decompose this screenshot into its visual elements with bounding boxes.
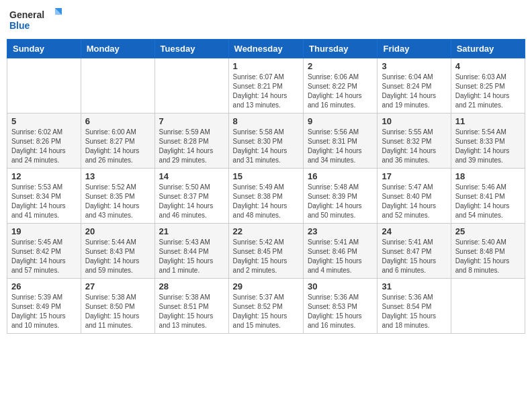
weekday-header: Tuesday — [154, 40, 228, 58]
day-number: 30 — [308, 281, 373, 291]
day-number: 29 — [233, 281, 299, 291]
day-number: 14 — [159, 171, 224, 181]
day-number: 10 — [382, 116, 446, 126]
day-number: 17 — [382, 171, 446, 181]
day-detail: Sunrise: 5:44 AM Sunset: 8:43 PM Dayligh… — [85, 238, 150, 275]
calendar-cell: 17Sunrise: 5:47 AM Sunset: 8:40 PM Dayli… — [378, 169, 451, 224]
weekday-header: Sunday — [7, 40, 81, 58]
day-detail: Sunrise: 6:02 AM Sunset: 8:26 PM Dayligh… — [11, 128, 77, 165]
day-number: 7 — [159, 116, 224, 126]
day-detail: Sunrise: 5:36 AM Sunset: 8:54 PM Dayligh… — [382, 293, 446, 330]
day-detail: Sunrise: 6:04 AM Sunset: 8:24 PM Dayligh… — [382, 73, 446, 110]
calendar-cell: 10Sunrise: 5:55 AM Sunset: 8:32 PM Dayli… — [378, 113, 451, 169]
calendar-week-row: 26Sunrise: 5:39 AM Sunset: 8:49 PM Dayli… — [7, 279, 525, 334]
day-detail: Sunrise: 5:47 AM Sunset: 8:40 PM Dayligh… — [382, 183, 446, 220]
day-detail: Sunrise: 5:42 AM Sunset: 8:45 PM Dayligh… — [233, 238, 299, 275]
day-number: 20 — [85, 226, 150, 236]
calendar-cell — [81, 58, 154, 113]
day-number: 19 — [11, 226, 77, 236]
day-number: 8 — [233, 116, 299, 126]
calendar-cell: 15Sunrise: 5:49 AM Sunset: 8:38 PM Dayli… — [228, 169, 303, 224]
calendar-week-row: 5Sunrise: 6:02 AM Sunset: 8:26 PM Daylig… — [7, 113, 525, 169]
day-number: 5 — [11, 116, 77, 126]
page-header: General Blue — [7, 7, 525, 34]
day-number: 15 — [233, 171, 299, 181]
day-detail: Sunrise: 5:38 AM Sunset: 8:50 PM Dayligh… — [85, 293, 150, 330]
calendar-cell: 5Sunrise: 6:02 AM Sunset: 8:26 PM Daylig… — [7, 113, 81, 169]
calendar-cell: 11Sunrise: 5:54 AM Sunset: 8:33 PM Dayli… — [451, 113, 525, 169]
calendar-table: SundayMondayTuesdayWednesdayThursdayFrid… — [7, 39, 525, 334]
calendar-cell: 6Sunrise: 6:00 AM Sunset: 8:27 PM Daylig… — [81, 113, 154, 169]
calendar-cell: 13Sunrise: 5:52 AM Sunset: 8:35 PM Dayli… — [81, 169, 154, 224]
calendar-week-row: 12Sunrise: 5:53 AM Sunset: 8:34 PM Dayli… — [7, 169, 525, 224]
day-number: 27 — [85, 281, 150, 291]
calendar-cell: 12Sunrise: 5:53 AM Sunset: 8:34 PM Dayli… — [7, 169, 81, 224]
calendar-cell: 26Sunrise: 5:39 AM Sunset: 8:49 PM Dayli… — [7, 279, 81, 334]
calendar-cell: 9Sunrise: 5:56 AM Sunset: 8:31 PM Daylig… — [304, 113, 378, 169]
svg-text:Blue: Blue — [9, 20, 30, 31]
day-detail: Sunrise: 5:36 AM Sunset: 8:53 PM Dayligh… — [308, 293, 373, 330]
day-detail: Sunrise: 5:38 AM Sunset: 8:51 PM Dayligh… — [159, 293, 224, 330]
day-detail: Sunrise: 5:59 AM Sunset: 8:28 PM Dayligh… — [159, 128, 224, 165]
day-number: 2 — [308, 61, 373, 71]
day-detail: Sunrise: 5:39 AM Sunset: 8:49 PM Dayligh… — [11, 293, 77, 330]
day-detail: Sunrise: 5:52 AM Sunset: 8:35 PM Dayligh… — [85, 183, 150, 220]
day-detail: Sunrise: 5:43 AM Sunset: 8:44 PM Dayligh… — [159, 238, 224, 275]
calendar-cell: 8Sunrise: 5:58 AM Sunset: 8:30 PM Daylig… — [228, 113, 303, 169]
day-detail: Sunrise: 6:07 AM Sunset: 8:21 PM Dayligh… — [233, 73, 299, 110]
day-number: 24 — [382, 226, 446, 236]
calendar-cell — [154, 58, 228, 113]
day-number: 4 — [455, 61, 521, 71]
day-detail: Sunrise: 5:50 AM Sunset: 8:37 PM Dayligh… — [159, 183, 224, 220]
calendar-cell: 29Sunrise: 5:37 AM Sunset: 8:52 PM Dayli… — [228, 279, 303, 334]
day-detail: Sunrise: 5:55 AM Sunset: 8:32 PM Dayligh… — [382, 128, 446, 165]
day-detail: Sunrise: 5:53 AM Sunset: 8:34 PM Dayligh… — [11, 183, 77, 220]
day-number: 28 — [159, 281, 224, 291]
calendar-cell: 28Sunrise: 5:38 AM Sunset: 8:51 PM Dayli… — [154, 279, 228, 334]
day-detail: Sunrise: 5:40 AM Sunset: 8:48 PM Dayligh… — [455, 238, 521, 275]
day-detail: Sunrise: 6:06 AM Sunset: 8:22 PM Dayligh… — [308, 73, 373, 110]
day-detail: Sunrise: 6:00 AM Sunset: 8:27 PM Dayligh… — [85, 128, 150, 165]
day-detail: Sunrise: 5:45 AM Sunset: 8:42 PM Dayligh… — [11, 238, 77, 275]
calendar-cell — [7, 58, 81, 113]
weekday-header: Monday — [81, 40, 154, 58]
day-number: 21 — [159, 226, 224, 236]
logo-svg: General Blue — [9, 7, 63, 34]
calendar-cell: 25Sunrise: 5:40 AM Sunset: 8:48 PM Dayli… — [451, 224, 525, 279]
calendar-cell: 14Sunrise: 5:50 AM Sunset: 8:37 PM Dayli… — [154, 169, 228, 224]
day-number: 31 — [382, 281, 446, 291]
calendar-cell — [451, 279, 525, 334]
day-detail: Sunrise: 6:03 AM Sunset: 8:25 PM Dayligh… — [455, 73, 521, 110]
calendar-cell: 23Sunrise: 5:41 AM Sunset: 8:46 PM Dayli… — [304, 224, 378, 279]
weekday-header: Saturday — [451, 40, 525, 58]
day-detail: Sunrise: 5:46 AM Sunset: 8:41 PM Dayligh… — [455, 183, 521, 220]
calendar-cell: 19Sunrise: 5:45 AM Sunset: 8:42 PM Dayli… — [7, 224, 81, 279]
calendar-cell: 21Sunrise: 5:43 AM Sunset: 8:44 PM Dayli… — [154, 224, 228, 279]
calendar-cell: 30Sunrise: 5:36 AM Sunset: 8:53 PM Dayli… — [304, 279, 378, 334]
calendar-cell: 18Sunrise: 5:46 AM Sunset: 8:41 PM Dayli… — [451, 169, 525, 224]
day-detail: Sunrise: 5:41 AM Sunset: 8:46 PM Dayligh… — [308, 238, 373, 275]
day-number: 22 — [233, 226, 299, 236]
day-number: 3 — [382, 61, 446, 71]
calendar-cell: 27Sunrise: 5:38 AM Sunset: 8:50 PM Dayli… — [81, 279, 154, 334]
calendar-cell: 22Sunrise: 5:42 AM Sunset: 8:45 PM Dayli… — [228, 224, 303, 279]
day-number: 11 — [455, 116, 521, 126]
calendar-cell: 16Sunrise: 5:48 AM Sunset: 8:39 PM Dayli… — [304, 169, 378, 224]
day-number: 23 — [308, 226, 373, 236]
day-number: 26 — [11, 281, 77, 291]
calendar-cell: 20Sunrise: 5:44 AM Sunset: 8:43 PM Dayli… — [81, 224, 154, 279]
day-detail: Sunrise: 5:56 AM Sunset: 8:31 PM Dayligh… — [308, 128, 373, 165]
calendar-cell: 2Sunrise: 6:06 AM Sunset: 8:22 PM Daylig… — [304, 58, 378, 113]
day-detail: Sunrise: 5:54 AM Sunset: 8:33 PM Dayligh… — [455, 128, 521, 165]
calendar-cell: 31Sunrise: 5:36 AM Sunset: 8:54 PM Dayli… — [378, 279, 451, 334]
day-number: 25 — [455, 226, 521, 236]
day-detail: Sunrise: 5:58 AM Sunset: 8:30 PM Dayligh… — [233, 128, 299, 165]
calendar-cell: 7Sunrise: 5:59 AM Sunset: 8:28 PM Daylig… — [154, 113, 228, 169]
svg-text:General: General — [9, 9, 44, 20]
weekday-header: Wednesday — [228, 40, 303, 58]
day-number: 12 — [11, 171, 77, 181]
weekday-header-row: SundayMondayTuesdayWednesdayThursdayFrid… — [7, 40, 525, 58]
weekday-header: Friday — [378, 40, 451, 58]
day-number: 18 — [455, 171, 521, 181]
calendar-week-row: 1Sunrise: 6:07 AM Sunset: 8:21 PM Daylig… — [7, 58, 525, 113]
